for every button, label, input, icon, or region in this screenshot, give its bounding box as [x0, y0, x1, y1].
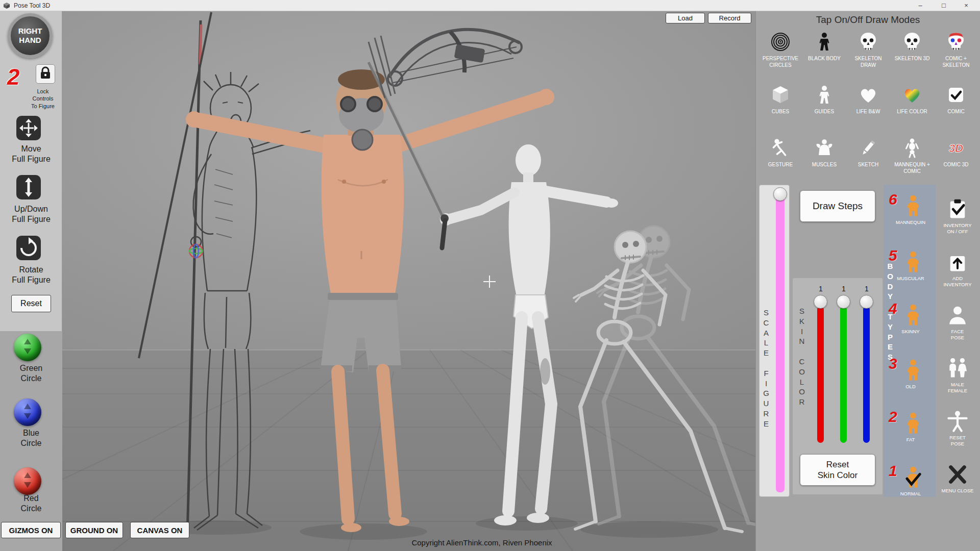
draw-steps-button[interactable]: Draw Steps [800, 190, 875, 222]
action-label: INVENTORY ON / OFF [937, 222, 978, 235]
body-type-label: FAT [888, 437, 934, 442]
green-slider-track[interactable] [840, 306, 847, 443]
draw-mode-cubes[interactable]: CUBES [758, 83, 802, 115]
up-down-arrows-icon [22, 338, 33, 357]
gizmos-toggle-button[interactable]: GIZMOS ON [1, 522, 61, 538]
reset-skin-color-button[interactable]: Reset Skin Color [800, 454, 875, 486]
draw-mode-life-color[interactable]: LIFE COLOR [890, 83, 934, 115]
canvas-toggle-button[interactable]: CANVAS ON [130, 522, 189, 538]
load-button[interactable]: Load [666, 13, 705, 23]
skin-color-label: S K I N C O L O R [796, 306, 808, 407]
scale-figure-label: S C A L E F I G U R E [761, 308, 772, 429]
scale-figure-slider-knob[interactable] [773, 187, 787, 201]
draw-mode-label: COMIC + SKELETON [934, 56, 978, 68]
up-down-arrows-icon [22, 472, 33, 490]
green-slider-knob[interactable] [837, 295, 850, 309]
up-down-arrows-icon [22, 403, 33, 421]
body-type-number: 3 [889, 355, 897, 372]
red-slider-knob[interactable] [814, 295, 827, 309]
red-circle-label: Red Circle [0, 493, 62, 514]
action-label: FACE POSE [937, 329, 978, 341]
lock-controls-button[interactable] [36, 64, 55, 84]
person-icon [902, 304, 924, 330]
draw-mode-gesture[interactable]: GESTURE [758, 136, 802, 174]
color-skull-icon [946, 30, 966, 54]
left-toolbar: RIGHT HAND 2 Lock Controls To Figure Mov… [0, 11, 62, 551]
add-inventory-icon [946, 251, 969, 276]
window-title: Pose Tool 3D [14, 2, 50, 9]
draw-mode-guides[interactable]: GUIDES [802, 83, 846, 115]
lock-icon [38, 65, 53, 83]
draw-mode-comic-3d[interactable]: 3D COMIC 3D [934, 136, 978, 174]
person-icon [902, 359, 924, 385]
draw-mode-skeleton-draw[interactable]: SKELETON DRAW [846, 30, 890, 68]
person-icon [902, 195, 924, 220]
draw-mode-label: PERSPECTIVE CIRCLES [758, 56, 802, 68]
red-slider-value: 1 [819, 285, 823, 293]
draw-mode-label: MANNEQUIN + COMIC [890, 162, 934, 174]
blue-circle-button[interactable] [14, 398, 41, 426]
draw-mode-comic[interactable]: COMIC [934, 83, 978, 115]
action-label: ADD INVENTORY [937, 276, 978, 288]
draw-mode-muscles[interactable]: MUSCLES [802, 136, 846, 174]
body-type-label: MANNEQUIN [888, 219, 934, 225]
app-window: Load Record Copyright AlienThink.com, Ri… [0, 0, 980, 551]
red-slider-track[interactable] [817, 306, 824, 443]
right-hand-button[interactable]: RIGHT HAND [8, 13, 53, 58]
record-button[interactable]: Record [708, 13, 751, 23]
green-slider-value: 1 [842, 285, 846, 293]
viewport-3d-scene[interactable] [62, 11, 755, 551]
draw-mode-label: GUIDES [815, 109, 834, 115]
maximize-button[interactable]: □ [933, 0, 954, 11]
up-down-arrow-icon [16, 192, 41, 201]
scale-figure-strip: S C A L E F I G U R E [759, 185, 790, 497]
draw-mode-label: BLACK BODY [808, 56, 841, 62]
ground-toggle-button[interactable]: GROUND ON [65, 522, 123, 538]
draw-mode-skeleton-3d[interactable]: SKELETON 3D [890, 30, 934, 68]
black-body-icon [814, 30, 835, 54]
draw-mode-label: SKELETON DRAW [846, 56, 890, 68]
blue-slider-knob[interactable] [860, 295, 873, 309]
action-label: RESET POSE [937, 435, 978, 447]
move-figure-button[interactable] [16, 116, 41, 140]
reset-button[interactable]: Reset [11, 295, 51, 312]
draw-mode-black-body[interactable]: BLACK BODY [802, 30, 846, 68]
body-type-number: 2 [889, 408, 897, 425]
draw-mode-label: SKELETON 3D [895, 56, 930, 62]
blue-slider-value: 1 [865, 285, 869, 293]
gesture-figure-icon [770, 136, 791, 160]
scale-figure-slider-track[interactable] [776, 190, 785, 492]
male-female-icon [946, 357, 969, 382]
draw-mode-sketch[interactable]: SKETCH [846, 136, 890, 174]
3d-badge-icon: 3D [945, 136, 967, 160]
body-type-number: 5 [889, 247, 897, 264]
viewport[interactable] [62, 11, 755, 551]
blue-slider-track[interactable] [863, 306, 870, 443]
minimize-button[interactable]: – [910, 0, 931, 11]
muscle-figure-icon [814, 136, 835, 160]
cube-icon [770, 83, 791, 107]
inventory-check-icon [946, 198, 969, 222]
body-types-strip: B O D Y T Y P E S 6 MANNEQUIN 5 MUSCULAR… [884, 185, 936, 497]
rotate-arrow-icon [16, 253, 41, 262]
figure-icon [814, 83, 835, 107]
green-circle-label: Green Circle [0, 363, 62, 384]
action-label: MENU CLOSE [937, 488, 978, 494]
draw-mode-perspective-circles[interactable]: PERSPECTIVE CIRCLES [758, 30, 802, 68]
skull-icon [858, 30, 878, 54]
red-circle-button[interactable] [14, 467, 41, 495]
title-bar: Pose Tool 3D – □ × [0, 0, 980, 11]
person-icon [902, 412, 924, 438]
rotate-figure-button[interactable] [16, 236, 41, 260]
close-button[interactable]: × [955, 0, 977, 11]
updown-figure-button[interactable] [16, 175, 41, 199]
draw-mode-label: CUBES [772, 109, 789, 115]
draw-mode-mannequin-comic[interactable]: MANNEQUIN + COMIC [890, 136, 934, 174]
draw-mode-comic-skeleton[interactable]: COMIC + SKELETON [934, 30, 978, 68]
person-icon [902, 251, 924, 277]
green-circle-button[interactable] [14, 334, 41, 361]
close-x-icon [946, 463, 969, 488]
draw-mode-life-bw[interactable]: LIFE B&W [846, 83, 890, 115]
active-figure-number: 2 [7, 64, 19, 90]
mannequin-icon [902, 136, 922, 160]
